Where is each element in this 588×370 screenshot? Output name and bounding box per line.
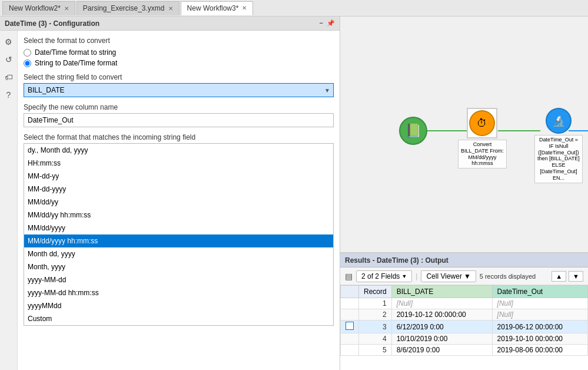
radio-date-to-string-input[interactable]: [24, 49, 31, 57]
panel-title-text: DateTime (3) - Configuration: [5, 19, 99, 28]
results-title: Results - DateTime (3) : Output: [340, 253, 588, 267]
help-icon[interactable]: ?: [2, 88, 15, 101]
radio-label-1: String to Date/Time format: [35, 59, 117, 67]
minimize-icon[interactable]: −: [320, 19, 323, 27]
format-item-14[interactable]: MM/dd/yy: [24, 196, 333, 209]
row-check-0[interactable]: [341, 298, 359, 309]
tab-new-workflow3[interactable]: New Workflow3* ✕: [181, 1, 254, 15]
format-list: day, dd Month, yyyydd-MM-yydd-MM-yyyydd-…: [24, 143, 334, 326]
bill-date-4: 8/6/2019 0:00: [391, 345, 492, 356]
record-num-1: 2: [359, 309, 392, 321]
input-node-icon: 📗: [399, 117, 427, 145]
results-toolbar: ▤ 2 of 2 Fields ▼ | Cell Viewer ▼ 5 reco…: [340, 267, 588, 285]
record-num-0: 1: [359, 298, 392, 309]
config-body: Select the format to convert Date/Time f…: [18, 31, 340, 370]
format-item-20[interactable]: yyyy-MM-dd: [24, 273, 333, 286]
refresh-icon[interactable]: ↺: [2, 53, 15, 66]
col-header-bill-date: BILL_DATE: [391, 286, 492, 298]
row-check-1[interactable]: [341, 309, 359, 321]
nav-up-button[interactable]: ▲: [552, 271, 566, 282]
radio-group: Date/Time format to string String to Dat…: [24, 48, 334, 67]
string-field-label: Select the string field to convert: [24, 73, 334, 81]
nav-arrows: ▲ ▼: [552, 271, 583, 282]
format-item-10[interactable]: dy., Month dd, yyyy: [24, 144, 333, 157]
tab-new-workflow2[interactable]: New Workflow2* ✕: [2, 1, 75, 15]
row-check-2[interactable]: [341, 321, 359, 333]
viewer-dropdown-arrow: ▼: [464, 272, 471, 280]
datetime-out-0: [Null]: [492, 298, 587, 309]
tab-label: New Workflow2*: [9, 4, 61, 12]
format-item-21[interactable]: yyyy-MM-dd hh:mm:ss: [24, 286, 333, 299]
col-header-record-num: Record: [359, 286, 392, 298]
wf-node-formula[interactable]: 🔬 DateTime_Out =IF IsNull([DateTime_Out]…: [534, 108, 583, 183]
bill-date-1: 2019-10-12 00:000:00: [391, 309, 492, 321]
datetime-convert-label: ConvertBILL_DATE From:MM/dd/yyyyhh:mmss: [458, 140, 507, 169]
tab-close-2[interactable]: ✕: [242, 5, 247, 11]
format-section: Select the format that matches the incom…: [24, 133, 334, 326]
format-item-12[interactable]: MM-dd-yy: [24, 170, 333, 183]
radio-string-to-date-input[interactable]: [24, 60, 31, 67]
format-item-17[interactable]: MM/dd/yyyy hh:mm:ss: [24, 234, 333, 247]
format-item-13[interactable]: MM-dd-yyyy: [24, 183, 333, 196]
table-row[interactable]: 36/12/2019 0:002019-06-12 00:00:00: [341, 321, 588, 333]
string-field-dropdown[interactable]: BILL_DATE: [24, 83, 334, 97]
radio-string-to-date[interactable]: String to Date/Time format: [24, 59, 334, 67]
format-item-15[interactable]: MM/dd/yy hh:mm:ss: [24, 209, 333, 222]
fields-label: 2 of 2 Fields: [361, 272, 400, 280]
results-title-text: Results - DateTime (3) : Output: [345, 256, 449, 265]
tab-label: Parsing_Exercise_3.yxmd: [83, 4, 165, 12]
formula-label: DateTime_Out =IF IsNull([DateTime_Out])t…: [534, 135, 583, 183]
format-item-23[interactable]: Custom: [24, 312, 333, 325]
format-match-label: Select the format that matches the incom…: [24, 133, 334, 141]
table-row[interactable]: 58/6/2019 0:002019-08-06 00:00:00: [341, 345, 588, 356]
radio-section-label: Select the format to convert: [24, 37, 334, 45]
bill-date-3: 10/10/2019 0:00: [391, 333, 492, 345]
string-field-dropdown-wrapper: BILL_DATE ▼: [24, 83, 334, 97]
wf-node-input[interactable]: 📗: [399, 117, 427, 145]
cell-viewer-button[interactable]: Cell Viewer ▼: [421, 270, 476, 282]
panel-title-icons: − 📌: [320, 19, 335, 27]
datetime-out-3: 2019-10-10 00:00:00: [492, 333, 587, 345]
datetime-node-icon: ⏱: [469, 110, 495, 136]
results-table: Record BILL_DATE DateTime_Out 1[Null][Nu…: [340, 285, 588, 356]
row-check-3[interactable]: [341, 333, 359, 345]
new-column-input[interactable]: [24, 113, 334, 127]
table-row[interactable]: 1[Null][Null]: [341, 298, 588, 309]
radio-date-to-string[interactable]: Date/Time format to string: [24, 48, 334, 57]
table-row[interactable]: 410/10/2019 0:002019-10-10 00:00:00: [341, 333, 588, 345]
table-icon: ▤: [345, 272, 353, 281]
nav-down-button[interactable]: ▼: [569, 271, 583, 282]
results-table-wrapper: Record BILL_DATE DateTime_Out 1[Null][Nu…: [340, 285, 588, 370]
format-item-16[interactable]: MM/dd/yyyy: [24, 222, 333, 234]
gear-icon[interactable]: ⚙: [2, 35, 15, 48]
wf-node-datetime-convert[interactable]: ⏱ ConvertBILL_DATE From:MM/dd/yyyyhh:mms…: [458, 108, 507, 169]
format-item-18[interactable]: Month dd, yyyy: [24, 247, 333, 260]
tab-close-1[interactable]: ✕: [168, 5, 173, 12]
tabs-bar: New Workflow2* ✕ Parsing_Exercise_3.yxmd…: [0, 0, 588, 16]
viewer-label: Cell Viewer: [426, 272, 461, 280]
format-item-19[interactable]: Month, yyyy: [24, 260, 333, 273]
records-count: 5 records displayed: [480, 273, 536, 280]
datetime-out-4: 2019-08-06 00:00:00: [492, 345, 587, 356]
tag-icon[interactable]: 🏷: [2, 71, 15, 84]
canvas-area: 📗 ⏱ ConvertBILL_DATE From:MM/dd/yyyyhh:m…: [340, 16, 588, 252]
record-num-2: 3: [359, 321, 392, 333]
col-header-datetime-out: DateTime_Out: [492, 286, 587, 298]
tab-close-0[interactable]: ✕: [64, 5, 69, 12]
bill-date-2: 6/12/2019 0:00: [391, 321, 492, 333]
formula-node-icon: 🔬: [546, 108, 572, 134]
left-sidebar: ⚙ ↺ 🏷 ?: [0, 31, 18, 370]
format-item-11[interactable]: HH:mm:ss: [24, 157, 333, 170]
table-row[interactable]: 22019-10-12 00:000:00[Null]: [341, 309, 588, 321]
right-panel: 📗 ⏱ ConvertBILL_DATE From:MM/dd/yyyyhh:m…: [340, 16, 588, 370]
fields-button[interactable]: 2 of 2 Fields ▼: [356, 270, 412, 282]
separator-icon: |: [416, 272, 417, 280]
new-column-section: Specify the new column name: [24, 103, 334, 127]
format-item-22[interactable]: yyyyMMdd: [24, 299, 333, 312]
results-panel: Results - DateTime (3) : Output ▤ 2 of 2…: [340, 252, 588, 370]
col-header-record: [341, 286, 359, 298]
tab-parsing-exercise[interactable]: Parsing_Exercise_3.yxmd ✕: [77, 1, 180, 15]
record-num-4: 5: [359, 345, 392, 356]
pin-icon[interactable]: 📌: [327, 19, 335, 27]
row-check-4[interactable]: [341, 345, 359, 356]
